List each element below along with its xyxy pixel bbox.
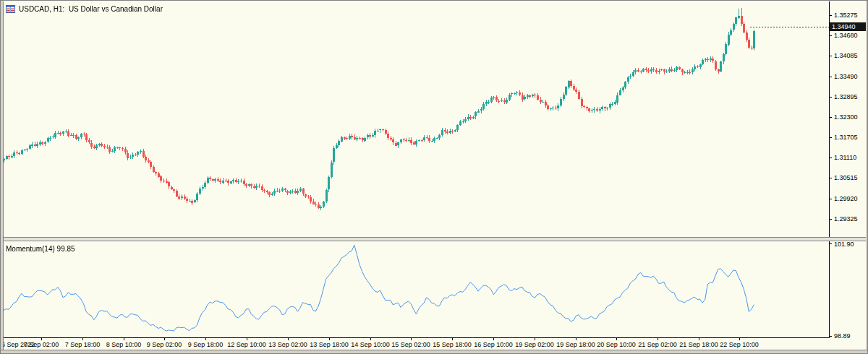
window-border [3, 1, 4, 350]
current-price-label: 1.34940 [830, 22, 867, 31]
price-axis-tick [829, 157, 832, 158]
time-axis-tick [535, 338, 535, 340]
time-axis-tick [576, 338, 576, 340]
chart-icon [6, 5, 15, 13]
time-axis-label: 16 Sep 10:00 [474, 341, 513, 348]
time-axis-label: 9 Sep 18:00 [188, 341, 224, 348]
price-axis-label: 1.32300 [834, 113, 858, 121]
time-axis-label: 21 Sep 18:00 [679, 341, 718, 348]
momentum-indicator-label: Momentum(14) 99.85 [6, 245, 75, 253]
time-axis-tick [247, 338, 247, 340]
time-axis-tick [616, 338, 617, 340]
time-axis-tick [452, 338, 453, 340]
price-axis-tick [829, 35, 832, 36]
time-axis-label: 22 Sep 10:00 [720, 341, 759, 348]
price-axis-tick [829, 77, 832, 77]
time-axis-tick [164, 338, 165, 340]
time-axis-tick [41, 338, 42, 340]
time-axis-tick [658, 338, 658, 340]
price-axis-label: 1.29920 [834, 195, 858, 202]
time-axis-label: 20 Sep 10:00 [597, 341, 636, 348]
chart-title: USDCAD, H1: US Dollar vs Canadian Dollar [19, 5, 163, 13]
time-axis-label: 9 Sep 02:00 [147, 341, 182, 348]
time-axis-label: 12 Sep 10:00 [227, 341, 266, 348]
time-axis-tick [370, 338, 371, 340]
momentum-chart-canvas[interactable] [4, 241, 829, 337]
price-axis-label: 1.29325 [834, 215, 858, 223]
time-axis-label: 19 Sep 18:00 [556, 341, 595, 348]
time-axis-tick [205, 338, 206, 340]
time-axis-tick [699, 338, 699, 340]
panel-splitter[interactable] [1, 237, 867, 241]
chart-window: USDCAD, H1: US Dollar vs Canadian Dollar… [0, 0, 868, 354]
price-axis-label: 1.34085 [834, 52, 858, 59]
price-axis-line [829, 1, 830, 237]
time-axis-tick [124, 338, 124, 340]
time-axis-line [4, 337, 830, 338]
price-chart-canvas[interactable] [4, 1, 829, 237]
price-axis-tick [829, 137, 832, 138]
time-axis-tick [493, 338, 494, 340]
price-axis-label: 1.35275 [834, 12, 858, 19]
momentum-axis-min-label: 98.89 [834, 332, 851, 340]
price-axis-tick [829, 219, 832, 220]
price-axis-tick [829, 15, 832, 16]
momentum-axis-line [829, 241, 830, 338]
window-border [0, 1, 868, 1]
momentum-axis-tick [829, 336, 832, 337]
price-axis-label: 1.30515 [834, 174, 858, 181]
time-axis-label: 15 Sep 18:00 [433, 341, 472, 348]
time-axis-tick [288, 338, 289, 340]
time-axis-tick [82, 338, 83, 340]
time-axis-tick [329, 338, 330, 340]
price-axis-tick [829, 56, 832, 56]
time-axis-label: 7 Sep 18:00 [65, 341, 101, 348]
time-axis-label: 14 Sep 10:00 [351, 341, 390, 348]
window-border [866, 1, 867, 353]
price-axis-tick [829, 199, 832, 199]
time-axis-label: 13 Sep 02:00 [268, 341, 307, 348]
price-axis-label: 1.34680 [834, 32, 858, 39]
momentum-axis-max-label: 101.90 [834, 241, 854, 248]
price-axis-tick [829, 97, 832, 98]
price-axis-label: 1.31705 [834, 134, 858, 141]
price-axis-label: 1.32895 [834, 93, 858, 100]
time-axis-tick [411, 338, 412, 340]
time-axis-label: 15 Sep 02:00 [391, 341, 430, 348]
price-axis-tick [829, 117, 832, 118]
time-axis-label: 13 Sep 18:00 [310, 341, 349, 348]
price-axis-tick [829, 178, 832, 178]
price-axis-label: 1.33490 [834, 73, 858, 80]
time-axis-label: 19 Sep 02:00 [515, 341, 554, 348]
time-axis-label: 7 Sep 02:00 [24, 341, 59, 348]
time-axis-tick [739, 338, 740, 340]
price-axis-label: 1.31110 [834, 154, 856, 161]
momentum-axis-tick [829, 243, 832, 244]
time-axis-label: 8 Sep 10:00 [106, 341, 142, 348]
time-axis-label: 21 Sep 02:00 [638, 341, 677, 348]
